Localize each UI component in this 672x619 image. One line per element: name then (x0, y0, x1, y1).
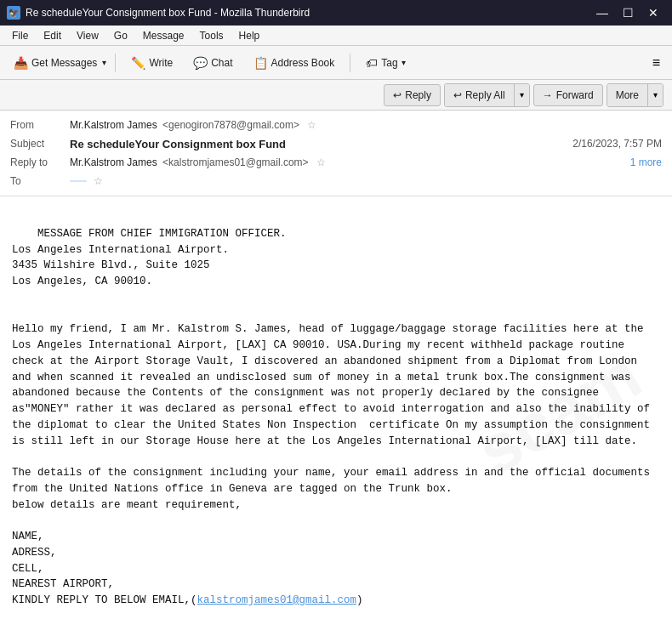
recipient-pill (70, 180, 87, 182)
hamburger-button[interactable]: ≡ (646, 52, 667, 74)
tag-button[interactable]: 🏷 Tag ▾ (357, 50, 413, 76)
from-star-icon[interactable]: ☆ (307, 119, 316, 131)
menu-tools[interactable]: Tools (193, 28, 231, 43)
titlebar-controls[interactable]: — ☐ ✕ (590, 4, 665, 21)
from-value: Mr.Kalstrom James <genogiron7878@gmail.c… (70, 119, 662, 131)
menu-go[interactable]: Go (107, 28, 134, 43)
from-email: <genogiron7878@gmail.com> (162, 119, 299, 131)
address-book-label: Address Book (271, 57, 335, 69)
menu-edit[interactable]: Edit (37, 28, 68, 43)
reply-to-email: <kalstromjames01@gmail.com> (162, 156, 309, 168)
reply-to-value: Mr.Kalstrom James <kalstromjames01@gmail… (70, 156, 630, 168)
menu-file[interactable]: File (5, 28, 35, 43)
to-row: To ☆ (10, 172, 662, 190)
to-label: To (10, 175, 70, 187)
get-messages-group[interactable]: 📥 Get Messages ▾ (5, 50, 108, 76)
from-row: From Mr.Kalstrom James <genogiron7878@gm… (10, 116, 662, 134)
more-recipients-link[interactable]: 1 more (630, 156, 662, 168)
chat-icon: 💬 (193, 56, 208, 70)
subject-label: Subject (10, 138, 70, 150)
reply-all-dropdown-button[interactable]: ▾ (514, 84, 529, 106)
tag-arrow: ▾ (401, 58, 406, 67)
to-star-icon[interactable]: ☆ (94, 175, 103, 187)
reply-all-button[interactable]: ↩ Reply All (445, 84, 514, 106)
reply-to-name: Mr.Kalstrom James (70, 156, 157, 168)
email-body-paragraph1: MESSAGE FROM CHIEF IMMIGRATION OFFICER. … (12, 228, 657, 606)
more-button[interactable]: More (607, 84, 647, 106)
address-book-button[interactable]: 📋 Address Book (245, 50, 344, 76)
more-label: More (616, 89, 639, 101)
tag-label: Tag (381, 57, 397, 69)
write-icon: ✏️ (131, 56, 145, 70)
menubar: File Edit View Go Message Tools Help (0, 26, 672, 46)
reply-button[interactable]: ↩ Reply (384, 84, 441, 106)
reply-all-label: Reply All (465, 89, 505, 101)
reply-icon: ↩ (393, 89, 401, 101)
chat-button[interactable]: 💬 Chat (185, 50, 241, 76)
menu-message[interactable]: Message (136, 28, 191, 43)
address-book-icon: 📋 (253, 56, 268, 70)
forward-icon: → (543, 89, 553, 101)
get-messages-label: Get Messages (31, 57, 97, 69)
close-button[interactable]: ✕ (641, 4, 665, 21)
subject-value: Re scheduleYour Consignment box Fund (70, 138, 572, 150)
actionbar: ↩ Reply ↩ Reply All ▾ → Forward More ▾ (0, 80, 672, 111)
tag-icon: 🏷 (366, 56, 378, 70)
forward-label: Forward (556, 89, 594, 101)
reply-label: Reply (405, 89, 431, 101)
email-body-container[interactable]: scam MESSAGE FROM CHIEF IMMIGRATION OFFI… (0, 196, 672, 619)
menu-help[interactable]: Help (232, 28, 267, 43)
more-dropdown-button[interactable]: ▾ (647, 84, 663, 106)
get-messages-arrow[interactable]: ▾ (102, 58, 106, 67)
maximize-button[interactable]: ☐ (616, 4, 640, 21)
from-label: From (10, 119, 70, 131)
app-icon: 🦅 (7, 6, 20, 20)
reply-to-label: Reply to (10, 156, 70, 168)
email-header: From Mr.Kalstrom James <genogiron7878@gm… (0, 111, 672, 196)
reply-all-group[interactable]: ↩ Reply All ▾ (444, 83, 530, 107)
email-date: 2/16/2023, 7:57 PM (572, 138, 662, 150)
chat-label: Chat (211, 57, 232, 69)
email-link[interactable]: kalstromjames01@gmail.com (197, 594, 357, 606)
forward-button[interactable]: → Forward (533, 84, 603, 106)
email-body: MESSAGE FROM CHIEF IMMIGRATION OFFICER. … (12, 210, 660, 619)
subject-row: Subject Re scheduleYour Consignment box … (10, 134, 662, 153)
reply-to-star-icon[interactable]: ☆ (316, 156, 326, 168)
titlebar: 🦅 Re scheduleYour Consignment box Fund -… (0, 0, 672, 26)
more-group[interactable]: More ▾ (607, 83, 663, 107)
write-button[interactable]: ✏️ Write (122, 50, 181, 76)
separator-1 (115, 54, 116, 72)
reply-to-row: Reply to Mr.Kalstrom James <kalstromjame… (10, 153, 662, 172)
window-title: Re scheduleYour Consignment box Fund - M… (26, 7, 310, 19)
write-label: Write (149, 57, 173, 69)
separator-2 (350, 54, 350, 72)
toolbar: 📥 Get Messages ▾ ✏️ Write 💬 Chat 📋 Addre… (0, 46, 672, 80)
minimize-button[interactable]: — (590, 4, 614, 21)
to-recipients: ☆ (70, 175, 103, 187)
from-name: Mr.Kalstrom James (70, 119, 157, 131)
menu-view[interactable]: View (70, 28, 105, 43)
reply-all-icon: ↩ (453, 89, 462, 101)
get-messages-icon: 📥 (14, 56, 28, 70)
titlebar-left: 🦅 Re scheduleYour Consignment box Fund -… (7, 6, 310, 20)
